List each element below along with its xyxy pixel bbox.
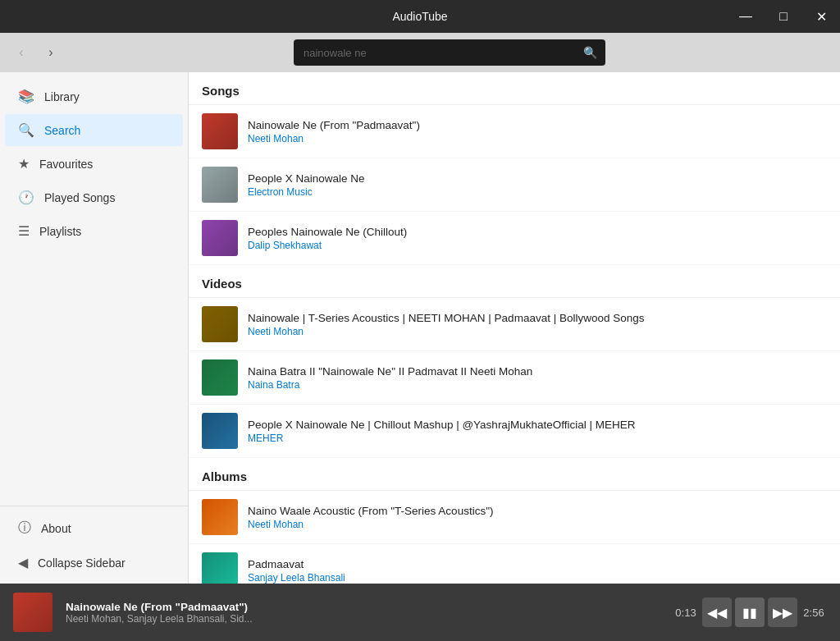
video-info: Nainowale | T-Series Acoustics | NEETI M…	[248, 312, 798, 337]
player-artist: Neeti Mohan, Sanjay Leela Bhansali, Sid.…	[66, 613, 660, 625]
video-thumbnail	[202, 306, 238, 342]
collapse-icon: ◀	[18, 555, 28, 570]
maximize-button[interactable]: □	[765, 0, 802, 33]
main-layout: 📚 Library 🔍 Search ★ Favourites 🕐 Played…	[0, 72, 840, 584]
played-songs-icon: 🕐	[18, 190, 34, 205]
app-title: AudioTube	[392, 10, 447, 23]
sidebar-label-favourites: Favourites	[39, 158, 93, 171]
song-title: People X Nainowale Ne	[248, 172, 798, 185]
video-thumbnail	[202, 359, 238, 396]
video-title: People X Nainowale Ne | Chillout Mashup …	[248, 419, 798, 431]
sidebar-label-playlists: Playlists	[39, 225, 81, 238]
sidebar-item-library[interactable]: 📚 Library	[5, 80, 183, 112]
toolbar: ‹ › 🔍	[0, 33, 840, 72]
song-thumbnail	[202, 220, 238, 256]
video-title: Nainowale | T-Series Acoustics | NEETI M…	[248, 312, 798, 324]
video-artist: MEHER	[248, 433, 798, 444]
about-icon: ⓘ	[18, 520, 31, 537]
song-thumbnail	[202, 167, 238, 203]
album-artist: Sanjay Leela Bhansali	[248, 572, 798, 584]
album-info: Padmaavat Sanjay Leela Bhansali	[248, 558, 798, 584]
minimize-button[interactable]: —	[727, 0, 765, 33]
sidebar-label-about: About	[41, 522, 71, 535]
player-title: Nainowale Ne (From "Padmaavat")	[66, 601, 660, 613]
sidebar-item-favourites[interactable]: ★ Favourites	[5, 148, 183, 180]
favourites-icon: ★	[18, 156, 30, 172]
player-controls: 0:13 ◀◀ ▮▮ ▶▶ 2:56	[673, 598, 827, 627]
album-info: Naino Waale Acoustic (From "T-Series Aco…	[248, 505, 798, 530]
video-info: Naina Batra II "Nainowale Ne" II Padmava…	[248, 365, 798, 391]
song-info: Peoples Nainowale Ne (Chillout) Dalip Sh…	[248, 226, 798, 251]
album-title: Padmaavat	[248, 558, 798, 570]
search-input[interactable]	[294, 39, 605, 66]
search-icon: 🔍	[583, 46, 597, 59]
section-title-albums: Albums	[189, 458, 840, 491]
search-nav-icon: 🔍	[18, 122, 34, 138]
song-info: Nainowale Ne (From "Padmaavat") Neeti Mo…	[248, 119, 798, 144]
video-artist: Neeti Mohan	[248, 326, 798, 337]
sidebar-item-search[interactable]: 🔍 Search	[5, 114, 183, 146]
album-thumbnail	[202, 552, 238, 584]
sidebar-bottom: ⓘ About ◀ Collapse Sidebar	[0, 506, 188, 584]
list-item[interactable]: People X Nainowale Ne Electron Music ⋮	[189, 158, 840, 212]
next-button[interactable]: ▶▶	[768, 598, 797, 627]
sidebar-label-played-songs: Played Songs	[44, 191, 115, 204]
video-title: Naina Batra II "Nainowale Ne" II Padmava…	[248, 365, 798, 378]
video-thumbnail	[202, 413, 238, 449]
list-item[interactable]: Peoples Nainowale Ne (Chillout) Dalip Sh…	[189, 212, 840, 265]
section-title-videos: Videos	[189, 265, 840, 298]
close-button[interactable]: ✕	[802, 0, 840, 33]
sidebar-nav: 📚 Library 🔍 Search ★ Favourites 🕐 Played…	[0, 72, 188, 506]
video-info: People X Nainowale Ne | Chillout Mashup …	[248, 419, 798, 444]
section-title-songs: Songs	[189, 72, 840, 105]
titlebar: AudioTube — □ ✕	[0, 0, 840, 33]
search-bar: 🔍	[294, 39, 605, 66]
sidebar-label-library: Library	[44, 90, 80, 103]
content-area: Songs Nainowale Ne (From "Padmaavat") Ne…	[189, 72, 840, 584]
player-thumbnail	[13, 593, 52, 632]
sidebar-item-about[interactable]: ⓘ About	[5, 511, 183, 545]
album-artist: Neeti Mohan	[248, 519, 798, 530]
list-item[interactable]: Nainowale Ne (From "Padmaavat") Neeti Mo…	[189, 105, 840, 158]
song-title: Nainowale Ne (From "Padmaavat")	[248, 119, 798, 131]
playlists-icon: ☰	[18, 223, 30, 239]
player-current-time: 0:13	[673, 607, 699, 619]
list-item[interactable]: People X Nainowale Ne | Chillout Mashup …	[189, 405, 840, 458]
song-title: Peoples Nainowale Ne (Chillout)	[248, 226, 798, 238]
sidebar-item-collapse[interactable]: ◀ Collapse Sidebar	[5, 547, 183, 579]
video-artist: Naina Batra	[248, 379, 798, 391]
sidebar: 📚 Library 🔍 Search ★ Favourites 🕐 Played…	[0, 72, 189, 584]
player-total-time: 2:56	[801, 607, 827, 619]
list-item[interactable]: Padmaavat Sanjay Leela Bhansali ⋮	[189, 544, 840, 584]
album-title: Naino Waale Acoustic (From "T-Series Aco…	[248, 505, 798, 517]
pause-button[interactable]: ▮▮	[735, 598, 765, 627]
song-info: People X Nainowale Ne Electron Music	[248, 172, 798, 198]
song-artist: Electron Music	[248, 186, 798, 198]
list-item[interactable]: Naina Batra II "Nainowale Ne" II Padmava…	[189, 351, 840, 405]
list-item[interactable]: Naino Waale Acoustic (From "T-Series Aco…	[189, 491, 840, 544]
player-info: Nainowale Ne (From "Padmaavat") Neeti Mo…	[66, 601, 660, 625]
previous-button[interactable]: ◀◀	[702, 598, 732, 627]
sidebar-item-played-songs[interactable]: 🕐 Played Songs	[5, 181, 183, 213]
song-artist: Dalip Shekhawat	[248, 240, 798, 251]
window-controls: — □ ✕	[727, 0, 840, 33]
sidebar-item-playlists[interactable]: ☰ Playlists	[5, 215, 183, 247]
sidebar-label-collapse: Collapse Sidebar	[38, 556, 126, 570]
album-thumbnail	[202, 499, 238, 535]
forward-button[interactable]: ›	[39, 41, 62, 64]
library-icon: 📚	[18, 89, 34, 104]
sidebar-label-search: Search	[44, 124, 80, 137]
list-item[interactable]: Nainowale | T-Series Acoustics | NEETI M…	[189, 298, 840, 351]
song-thumbnail	[202, 113, 238, 149]
player-bar: Nainowale Ne (From "Padmaavat") Neeti Mo…	[0, 584, 840, 641]
back-button[interactable]: ‹	[10, 41, 33, 64]
song-artist: Neeti Mohan	[248, 133, 798, 144]
